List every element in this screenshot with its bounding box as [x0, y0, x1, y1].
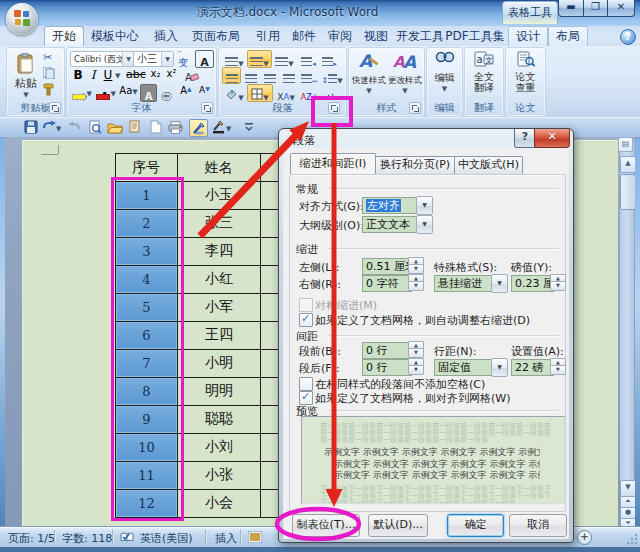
underline-dropdown-icon[interactable]: ▼: [115, 72, 120, 80]
qat-save-button[interactable]: [22, 119, 39, 135]
subscript-button[interactable]: x₂: [147, 67, 164, 84]
table-cell-name[interactable]: 小张: [178, 466, 260, 484]
borders-button[interactable]: ▼: [247, 84, 273, 102]
clipboard-dialog-launcher[interactable]: [49, 102, 61, 114]
align-left-button[interactable]: [222, 67, 241, 84]
insert-mode-indicator[interactable]: 插入: [215, 531, 237, 546]
minimize-button[interactable]: ▬: [558, 0, 584, 17]
strikethrough-button[interactable]: abc: [125, 67, 147, 84]
distributed-button[interactable]: ↔: [298, 67, 320, 84]
help-button[interactable]: ?: [620, 29, 636, 45]
auto-adjust-checkbox[interactable]: ✓: [299, 313, 313, 327]
ribbon-tab-3[interactable]: 插入: [148, 26, 184, 46]
dialog-help-button[interactable]: ?: [514, 129, 536, 148]
increase-indent-button[interactable]: ▸: [319, 50, 340, 68]
by-field[interactable]: 0.23 厘米: [511, 275, 554, 292]
bold-button[interactable]: B: [70, 67, 86, 84]
special-format-dropdown-icon[interactable]: ▼: [491, 274, 508, 293]
format-painter-icon[interactable]: [43, 83, 56, 99]
qat-draw-table-button[interactable]: ▼: [211, 119, 233, 135]
cancel-button[interactable]: 取消: [509, 514, 567, 537]
ribbon-contextual-tab-2[interactable]: 布局: [548, 26, 588, 47]
page-indicator[interactable]: 页面: 1/5: [8, 531, 55, 546]
change-case-button[interactable]: Aa▼: [117, 84, 140, 102]
alignment-combo[interactable]: 左对齐: [362, 197, 420, 214]
ribbon-tab-9[interactable]: 开发工具: [394, 26, 446, 46]
character-border-button[interactable]: A: [195, 50, 214, 68]
bullets-button[interactable]: ▼: [222, 50, 247, 68]
contextual-tool-tab[interactable]: 表格工具: [502, 1, 558, 24]
qat-new-document-button[interactable]: [147, 119, 164, 135]
spacing-after-spinner[interactable]: ▲▼: [408, 358, 422, 375]
qat-undo-button[interactable]: ▼: [40, 119, 62, 135]
indent-right-spinner[interactable]: ▲▼: [408, 274, 422, 291]
table-cell-name[interactable]: 小玉: [178, 186, 260, 204]
cut-icon[interactable]: ✂: [43, 51, 52, 64]
ribbon-tab-10[interactable]: PDF工具集: [444, 26, 506, 46]
table-cell-name[interactable]: 小刘: [178, 438, 260, 456]
dialog-tab-1[interactable]: 缩进和间距(I): [290, 153, 376, 174]
paste-button[interactable]: 粘贴 ▼: [11, 50, 41, 102]
grow-font-button[interactable]: A▲: [176, 84, 196, 102]
outline-dropdown-icon[interactable]: ▼: [416, 215, 433, 234]
qat-print-preview-button[interactable]: [86, 119, 103, 135]
no-space-checkbox[interactable]: [299, 377, 313, 391]
clear-formatting-button[interactable]: A: [182, 67, 202, 84]
enclose-characters-button[interactable]: ㊥: [157, 84, 176, 102]
word-count[interactable]: 字数: 118: [62, 531, 112, 546]
highlight-color-button[interactable]: ab ▼: [69, 84, 92, 102]
maximize-button[interactable]: ❐: [583, 0, 608, 17]
table-cell-name[interactable]: 李四: [178, 242, 260, 260]
spin-down-icon[interactable]: ▼: [408, 348, 424, 358]
snap-grid-checkbox[interactable]: ✓: [299, 391, 313, 405]
font-color-button[interactable]: A ▼: [93, 84, 116, 102]
indent-left-spinner[interactable]: ▲▼: [408, 257, 422, 274]
ribbon-tab-8[interactable]: 视图: [358, 26, 394, 46]
underline-button[interactable]: U: [100, 67, 116, 84]
change-styles-button[interactable]: A A 更改样式 ▼: [387, 50, 423, 102]
spin-down-icon[interactable]: ▼: [408, 264, 424, 274]
alignment-dropdown-icon[interactable]: ▼: [416, 196, 433, 215]
dialog-tab-3[interactable]: 中文版式(H): [454, 156, 523, 174]
table-cell-name[interactable]: 聪聪: [178, 410, 260, 428]
table-cell-name[interactable]: 王四: [178, 326, 260, 344]
asian-layout-button[interactable]: XA▼: [273, 84, 299, 102]
spin-down-icon[interactable]: ▼: [408, 281, 424, 291]
ruler-toggle-button[interactable]: ▤: [618, 137, 633, 152]
table-cell-name[interactable]: 小会: [178, 494, 260, 512]
spin-down-icon[interactable]: ▼: [408, 365, 424, 375]
editing-button[interactable]: 编辑 ▼: [429, 50, 460, 102]
styles-dialog-launcher[interactable]: [409, 102, 421, 114]
character-shading-button[interactable]: A: [140, 84, 157, 102]
table-cell-name[interactable]: 小明: [178, 354, 260, 372]
multilevel-list-button[interactable]: ▼: [272, 50, 297, 68]
line-spacing-dropdown-icon[interactable]: ▼: [491, 358, 508, 377]
italic-button[interactable]: I: [86, 67, 100, 84]
qat-more-button[interactable]: [240, 119, 257, 135]
dialog-tab-2[interactable]: 换行和分页(P): [374, 156, 456, 174]
next-page-button[interactable]: ⏷: [620, 518, 635, 527]
ribbon-tab-4[interactable]: 页面布局: [186, 26, 246, 46]
qat-copy-button[interactable]: [127, 119, 144, 135]
font-dialog-launcher[interactable]: [201, 102, 213, 114]
qat-open-button[interactable]: [106, 119, 123, 135]
line-spacing-combo[interactable]: 固定值: [434, 359, 495, 376]
resize-grip[interactable]: [625, 532, 638, 545]
scrollbar-thumb[interactable]: [620, 174, 635, 210]
ribbon-tab-1[interactable]: 开始: [44, 26, 84, 47]
macro-record-icon[interactable]: [248, 531, 262, 546]
indent-left-field[interactable]: 0.51 厘米: [362, 258, 412, 275]
spin-down-icon[interactable]: ▼: [550, 365, 566, 375]
default-button[interactable]: 默认(D)...: [368, 514, 428, 537]
ribbon-tab-2[interactable]: 模板中心: [86, 26, 144, 46]
shrink-font-button[interactable]: A▼: [195, 84, 214, 102]
table-cell-name[interactable]: 小军: [178, 298, 260, 316]
align-center-button[interactable]: [241, 67, 260, 84]
decrease-indent-button[interactable]: ◂: [298, 50, 319, 68]
table-cell-name[interactable]: 明明: [178, 382, 260, 400]
ribbon-tab-5[interactable]: 引用: [250, 26, 286, 46]
tabs-button[interactable]: 制表位(T)...: [292, 514, 360, 537]
paper-check-button[interactable]: 论文查重: [508, 50, 543, 102]
align-right-button[interactable]: [260, 67, 279, 84]
translate-button[interactable]: a 文 全文翻译: [467, 50, 501, 102]
